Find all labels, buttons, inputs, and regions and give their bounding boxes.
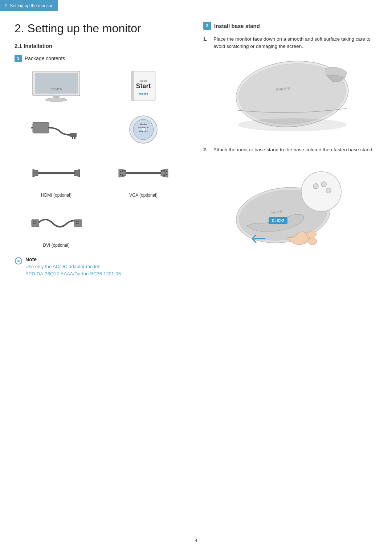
svg-rect-12 <box>72 137 73 139</box>
dvi-cable-icon <box>31 209 82 238</box>
base-attach-svg: PHILIPS CLICK! <box>225 161 356 255</box>
subsection-title: 2.1 Installation <box>15 43 185 49</box>
breadcrumb: 2. Setting up the monitor <box>0 0 58 11</box>
svg-point-25 <box>124 170 126 172</box>
package-grid: PHILIPS Quick Start PHIL <box>15 68 185 248</box>
svg-point-26 <box>120 174 121 175</box>
svg-point-27 <box>122 175 123 176</box>
numbered-steps-2: 2. Attach the monitor base stand to the … <box>203 146 377 153</box>
svg-point-24 <box>122 170 123 172</box>
left-column: 2. Setting up the monitor 2.1 Installati… <box>15 22 196 277</box>
svg-rect-36 <box>34 221 36 222</box>
step-num-1: 1. <box>203 36 211 50</box>
note-text: Use only the AC/DC adapter model:APD-DA-… <box>25 263 122 277</box>
pkg-item-power-cable <box>15 111 98 148</box>
page-title: 2. Setting up the monitor <box>15 22 185 39</box>
power-cable-icon <box>31 115 82 144</box>
svg-point-55 <box>301 172 341 212</box>
svg-point-58 <box>326 188 331 193</box>
svg-point-29 <box>166 171 167 172</box>
svg-point-3 <box>45 98 67 102</box>
svg-text:=: = <box>17 259 20 263</box>
pkg-item-monitor: PHILIPS <box>15 68 98 104</box>
svg-text:CLICK!: CLICK! <box>272 219 284 223</box>
pkg-item-dvi: DVI (optional) <box>15 205 98 248</box>
svg-point-49 <box>238 118 347 131</box>
svg-text:PHILIPS: PHILIPS <box>51 87 62 90</box>
svg-point-23 <box>120 171 121 172</box>
svg-rect-38 <box>34 223 36 224</box>
svg-marker-28 <box>161 169 168 177</box>
step2-badge: 2 <box>203 22 211 30</box>
monitor-icon: PHILIPS <box>29 70 83 102</box>
right-column: 2 Install base stand 1. Place the monito… <box>196 22 377 277</box>
step1-badge: 1 <box>15 55 22 62</box>
breadcrumb-label: 2. Setting up the monitor <box>5 3 53 8</box>
svg-rect-11 <box>70 133 77 137</box>
pkg-item-hdmi: HDMI (optional) <box>15 155 98 198</box>
svg-rect-43 <box>77 223 79 224</box>
page-number: 4 <box>195 538 197 543</box>
svg-rect-13 <box>74 137 75 139</box>
svg-rect-1 <box>35 73 78 94</box>
svg-rect-35 <box>33 221 34 222</box>
monitor-facedown-image: PHILIPS <box>203 58 377 138</box>
note-section: = Note Use only the AC/DC adapter model:… <box>15 257 185 277</box>
install-step-2: 2. Attach the monitor base stand to the … <box>203 146 377 153</box>
step-text-1: Place the monitor face down on a smooth … <box>213 36 377 50</box>
quickstart-icon: Quick Start PHILIPS <box>125 70 162 102</box>
svg-rect-10 <box>33 122 49 133</box>
svg-point-32 <box>166 174 167 175</box>
svg-point-56 <box>313 184 318 189</box>
vga-caption: VGA (optional) <box>129 193 158 198</box>
svg-point-57 <box>321 182 326 187</box>
install-step-title: 2 Install base stand <box>203 22 377 30</box>
note-title: Note <box>25 257 122 262</box>
svg-point-33 <box>163 175 165 176</box>
hdmi-cable-icon <box>31 159 82 188</box>
numbered-steps: 1. Place the monitor face down on a smoo… <box>203 36 377 50</box>
svg-text:user manual: user manual <box>138 126 148 128</box>
step-num-2: 2. <box>203 146 211 153</box>
svg-marker-21 <box>74 169 80 177</box>
svg-rect-41 <box>77 221 79 222</box>
svg-text:Monitor: Monitor <box>140 123 147 125</box>
note-icon: = <box>15 257 23 265</box>
svg-rect-40 <box>75 221 77 222</box>
vga-cable-icon <box>118 159 169 188</box>
pkg-item-quickstart: Quick Start PHILIPS <box>102 68 185 104</box>
svg-marker-20 <box>33 169 38 177</box>
svg-rect-42 <box>75 223 77 224</box>
note-content: Note Use only the AC/DC adapter model:AP… <box>25 257 122 277</box>
pkg-item-cd: Monitor user manual PHILIPS <box>102 111 185 148</box>
dvi-caption: DVI (optional) <box>43 243 69 248</box>
install-step-label: Install base stand <box>214 23 260 29</box>
package-label: Package contents <box>25 56 65 61</box>
svg-text:Start: Start <box>136 82 151 90</box>
svg-point-31 <box>161 170 163 172</box>
svg-rect-6 <box>131 71 134 101</box>
pkg-item-vga: VGA (optional) <box>102 155 185 198</box>
step-text-2: Attach the monitor base stand to the bas… <box>213 146 373 153</box>
svg-point-30 <box>163 170 165 172</box>
install-step-1: 1. Place the monitor face down on a smoo… <box>203 36 377 50</box>
base-attach-image: PHILIPS CLICK! <box>203 161 377 255</box>
svg-text:PHILIPS: PHILIPS <box>139 93 148 95</box>
svg-rect-37 <box>33 223 34 224</box>
svg-marker-22 <box>119 169 126 177</box>
cd-icon: Monitor user manual PHILIPS <box>127 113 160 146</box>
hdmi-caption: HDMI (optional) <box>41 193 72 198</box>
monitor-facedown-svg: PHILIPS <box>229 58 352 138</box>
svg-text:PHILIPS: PHILIPS <box>139 130 147 132</box>
svg-text:Quick: Quick <box>140 79 147 82</box>
